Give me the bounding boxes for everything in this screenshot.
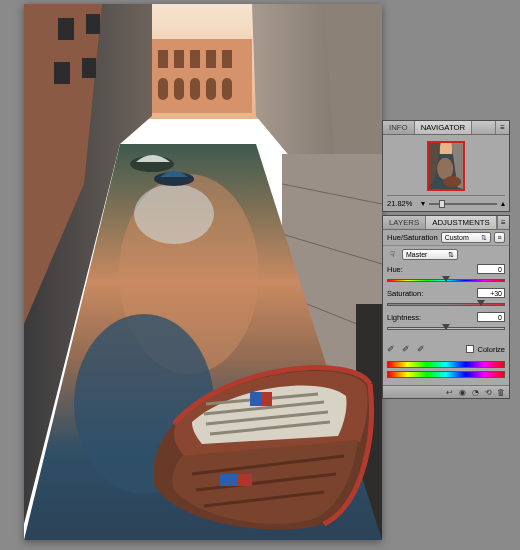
hue-label: Hue: [387,265,403,274]
svg-rect-43 [440,143,453,154]
targeted-adjust-tool[interactable]: ☟ [387,249,398,260]
adjustment-header: Hue/Saturation Custom ⇅ ≡ [383,230,509,246]
tab-adjustments-label: ADJUSTMENTS [432,218,490,227]
previous-state-icon[interactable]: ◔ [470,388,480,397]
tab-info[interactable]: INFO [383,121,415,134]
preset-menu-button[interactable]: ≡ [494,232,505,243]
channel-select[interactable]: Master ⇅ [402,249,458,260]
panel-menu-button[interactable]: ≡ [497,216,509,229]
svg-rect-9 [190,78,200,100]
preset-value: Custom [445,234,469,241]
navigator-thumbnail[interactable] [427,141,465,191]
panel-menu-button[interactable]: ≡ [495,121,509,134]
colorize-checkbox[interactable]: Colorize [466,345,505,354]
svg-point-47 [443,176,461,187]
document-canvas[interactable] [24,4,382,540]
select-arrows-icon: ⇅ [448,251,454,259]
eyedropper-subtract-icon[interactable]: ✐ [417,344,427,354]
adjustment-name: Hue/Saturation [387,233,438,242]
input-spectrum [387,361,505,368]
svg-rect-4 [190,50,200,68]
hue-slider-row: Hue: 0 [383,262,509,286]
tab-navigator[interactable]: NAVIGATOR [415,121,473,134]
panel-dock: ◂▸ INFO NAVIGATOR ≡ 21.82% ▾ [382,120,510,402]
navigator-panel: ◂▸ INFO NAVIGATOR ≡ 21.82% ▾ [382,120,510,212]
svg-rect-2 [158,50,168,68]
saturation-slider-row: Saturation: +30 [383,286,509,310]
output-spectrum [387,371,505,378]
channel-row: ☟ Master ⇅ [383,246,509,262]
spectrum-bars [383,358,509,385]
svg-rect-14 [58,18,74,40]
return-arrow-icon[interactable]: ↩ [444,388,454,397]
lightness-slider[interactable] [387,324,505,334]
hue-slider-knob[interactable] [442,276,450,282]
svg-rect-16 [54,62,70,84]
tab-info-label: INFO [389,123,408,132]
hue-value-input[interactable]: 0 [477,264,505,274]
saturation-slider[interactable] [387,300,505,310]
svg-rect-39 [262,392,272,406]
colorize-label: Colorize [477,345,505,354]
toggle-visibility-icon[interactable]: ◉ [457,388,467,397]
svg-rect-41 [238,474,252,486]
channel-value: Master [406,251,427,258]
svg-rect-6 [222,50,232,68]
trash-icon[interactable]: 🗑 [496,388,506,397]
zoom-slider[interactable] [427,200,499,208]
navigator-body: 21.82% ▾ ▴ [383,135,509,211]
zoom-percent[interactable]: 21.82% [387,199,419,208]
lightness-label: Lightness: [387,313,421,322]
adjustments-footer: ↩ ◉ ◔ ⟲ 🗑 [383,385,509,398]
hue-slider[interactable] [387,276,505,286]
svg-rect-15 [86,14,100,34]
lightness-value-input[interactable]: 0 [477,312,505,322]
saturation-value-input[interactable]: +30 [477,288,505,298]
lightness-slider-knob[interactable] [442,324,450,330]
svg-rect-3 [174,50,184,68]
reset-icon[interactable]: ⟲ [483,388,493,397]
zoom-out-icon[interactable]: ▾ [421,199,425,208]
tab-layers-label: LAYERS [389,218,419,227]
menu-icon: ≡ [500,124,505,132]
preset-select[interactable]: Custom ⇅ [441,232,491,243]
svg-rect-5 [206,50,216,68]
adjustments-panel: ◂▸ LAYERS ADJUSTMENTS ≡ Hue/Saturation C… [382,215,510,399]
eyedropper-icon[interactable]: ✐ [387,344,397,354]
checkbox-box [466,345,474,353]
tab-adjustments[interactable]: ADJUSTMENTS [426,216,497,229]
svg-rect-10 [206,78,216,100]
svg-rect-17 [82,58,96,78]
svg-rect-40 [220,474,238,486]
menu-icon: ≡ [501,219,506,227]
select-arrows-icon: ⇅ [481,234,487,242]
svg-rect-38 [250,392,262,406]
lightness-slider-row: Lightness: 0 [383,310,509,334]
svg-rect-8 [174,78,184,100]
svg-rect-7 [158,78,168,100]
zoom-in-icon[interactable]: ▴ [501,199,505,208]
svg-rect-11 [222,78,232,100]
navigator-zoom-row: 21.82% ▾ ▴ [387,195,505,208]
svg-point-28 [134,184,214,244]
zoom-slider-knob[interactable] [439,200,445,208]
saturation-label: Saturation: [387,289,423,298]
eyedropper-add-icon[interactable]: ✐ [402,344,412,354]
navigator-tabbar: INFO NAVIGATOR ≡ [383,121,509,135]
eyedropper-row: ✐ ✐ ✐ Colorize [383,334,509,358]
adjustments-tabbar: LAYERS ADJUSTMENTS ≡ [383,216,509,230]
tab-navigator-label: NAVIGATOR [421,123,466,132]
saturation-slider-knob[interactable] [477,300,485,306]
tab-layers[interactable]: LAYERS [383,216,426,229]
menu-icon: ≡ [497,234,501,241]
